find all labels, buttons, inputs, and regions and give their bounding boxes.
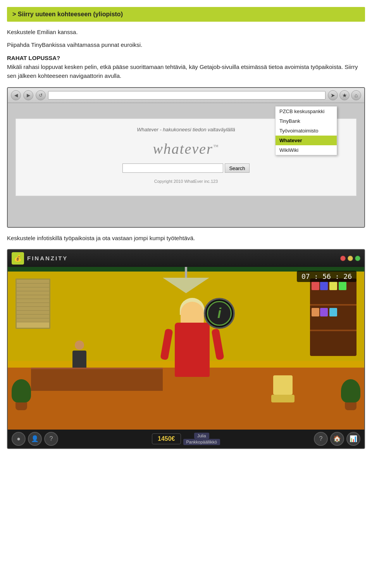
info-sign[interactable]: i (204, 298, 235, 329)
plant-left (12, 379, 31, 410)
header-bar: > Siirry uuteen kohteeseen (yliopisto) (7, 7, 365, 22)
navigate-button[interactable]: ➤ (328, 90, 338, 100)
home-game-button[interactable]: 🏠 (330, 432, 344, 446)
help-button-left[interactable]: ? (44, 432, 58, 446)
search-row: Search (24, 163, 348, 173)
minimize-button[interactable] (348, 256, 353, 261)
game-logo-area: 💰 FINANZITY (12, 252, 68, 265)
home-button[interactable]: ⌂ (351, 90, 361, 100)
lamp-shade (163, 278, 209, 293)
bottom-right-buttons: ? 🏠 📊 (314, 432, 360, 446)
character-button[interactable]: 👤 (28, 432, 42, 446)
whatever-logo-text: whatever (153, 141, 213, 157)
dropdown-item-pzcb[interactable]: PZCB keskuspankki (276, 107, 337, 116)
instruction-line3: Keskustele infotiskillä työpaikoista ja … (7, 234, 365, 243)
browser-action-btns: ➤ ★ ⌂ (328, 90, 361, 100)
money-amount: 1450€ (158, 435, 175, 442)
header-title: > Siirry uuteen kohteeseen (yliopisto) (12, 11, 123, 17)
whatever-tm: ™ (213, 144, 219, 150)
dropdown-item-whatever[interactable]: Whatever (276, 136, 337, 145)
settings-button[interactable]: ● (12, 432, 26, 446)
instruction-line1: Keskustele Emilian kanssa. (7, 28, 365, 37)
browser-dropdown: PZCB keskuspankki TinyBank Työvoimatoimi… (275, 106, 337, 155)
money-badge: 1450€ (152, 433, 181, 444)
game-bottom-bar: ● 👤 ? 1450€ Julia Pankkopäällikkö ? 🏠 📊 (8, 430, 364, 448)
instruction-paragraph: Mikäli rahasi loppuvat kesken pelin, etk… (7, 63, 365, 80)
chair (271, 375, 294, 406)
search-input[interactable] (122, 163, 223, 173)
center-hud: 1450€ Julia Pankkopäällikkö (152, 433, 220, 445)
window-left (16, 279, 50, 329)
storage-shelf (310, 279, 356, 356)
dropdown-item-wikiwiki[interactable]: WikiWiki (276, 145, 337, 155)
game-logo-text: FINANZITY (27, 255, 68, 261)
bold-title: RAHAT LOPUSSA? (7, 55, 365, 61)
help-button-right[interactable]: ? (314, 432, 328, 446)
forward-button[interactable]: ▶ (23, 90, 33, 100)
ceiling-lamp (185, 267, 187, 279)
job-title: Pankkopäällikkö (183, 439, 220, 445)
browser-content: PZCB keskuspankki TinyBank Työvoimatoimi… (8, 103, 364, 227)
game-window-buttons (340, 256, 360, 261)
plant-right (341, 379, 360, 410)
game-scene: i 07 : 56 : 26 (8, 267, 364, 430)
bottom-left-buttons: ● 👤 ? (12, 432, 58, 446)
desk (31, 368, 163, 391)
close-button[interactable] (340, 256, 346, 261)
game-timer: 07 : 56 : 26 (297, 271, 356, 282)
info-sign-inner: i (207, 301, 232, 326)
browser-toolbar: ◀ ▶ ↺ ➤ ★ ⌂ (8, 88, 364, 103)
page-wrapper: > Siirry uuteen kohteeseen (yliopisto) K… (0, 0, 372, 456)
bookmark-button[interactable]: ★ (339, 90, 350, 100)
instruction-line2: Piipahda TinyBankissa vaihtamassa punnat… (7, 41, 365, 50)
address-bar[interactable] (48, 91, 326, 100)
maximize-button[interactable] (355, 256, 360, 261)
job-info: Julia Pankkopäällikkö (183, 433, 220, 445)
back-button[interactable]: ◀ (11, 90, 21, 100)
dropdown-item-tinybank[interactable]: TinyBank (276, 116, 337, 126)
stats-button[interactable]: 📊 (346, 432, 360, 446)
browser-container: ◀ ▶ ↺ ➤ ★ ⌂ PZCB keskuspankki TinyBank T… (7, 87, 365, 228)
search-button[interactable]: Search (225, 163, 249, 173)
copyright-text: Copyright 2010 WhatEver inc.123 (24, 179, 348, 184)
game-logo-icon: 💰 (12, 252, 24, 265)
reload-button[interactable]: ↺ (36, 90, 46, 100)
dropdown-item-tyovoimatoimisto[interactable]: Työvoimatoimisto (276, 126, 337, 136)
job-name: Julia (194, 433, 209, 439)
game-container: 💰 FINANZITY (7, 249, 365, 449)
game-topbar: 💰 FINANZITY (8, 250, 364, 267)
